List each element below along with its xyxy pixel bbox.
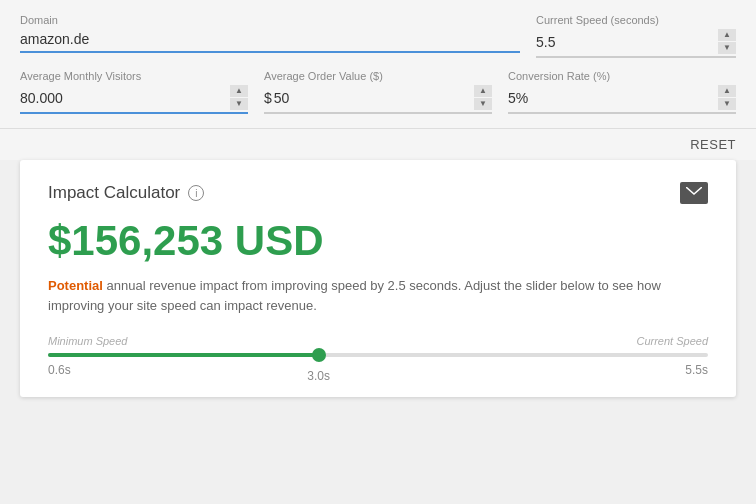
speed-down-button[interactable]: ▼ bbox=[718, 42, 736, 54]
order-up-button[interactable]: ▲ bbox=[474, 85, 492, 97]
speed-field-group: Current Speed (seconds) ▲ ▼ bbox=[536, 14, 736, 58]
speed-up-button[interactable]: ▲ bbox=[718, 29, 736, 41]
speed-input[interactable] bbox=[536, 32, 714, 52]
speed-input-wrap: ▲ ▼ bbox=[536, 29, 736, 58]
visitors-down-button[interactable]: ▼ bbox=[230, 98, 248, 110]
slider-track bbox=[48, 353, 708, 357]
conversion-input-wrap: ▲ ▼ bbox=[508, 85, 736, 114]
order-input[interactable] bbox=[274, 88, 470, 108]
order-label: Average Order Value ($) bbox=[264, 70, 492, 82]
email-icon[interactable] bbox=[680, 182, 708, 204]
visitors-up-button[interactable]: ▲ bbox=[230, 85, 248, 97]
speed-spinner: ▲ ▼ bbox=[718, 29, 736, 54]
card-title-row: Impact Calculator i bbox=[48, 183, 204, 203]
impact-calculator-card: Impact Calculator i $156,253 USD Potenti… bbox=[20, 160, 736, 397]
conversion-up-button[interactable]: ▲ bbox=[718, 85, 736, 97]
domain-label: Domain bbox=[20, 14, 520, 26]
impact-desc-rest: annual revenue impact from improving spe… bbox=[48, 278, 661, 313]
slider-min-value: 0.6s bbox=[48, 363, 71, 377]
domain-input[interactable] bbox=[20, 29, 520, 49]
slider-min-label: Minimum Speed bbox=[48, 335, 127, 347]
impact-value: $156,253 USD bbox=[48, 220, 708, 262]
slider-mid-value: 3.0s bbox=[307, 369, 330, 383]
slider-values: 0.6s 5.5s bbox=[48, 363, 708, 377]
conversion-field-group: Conversion Rate (%) ▲ ▼ bbox=[508, 70, 736, 114]
slider-labels: Minimum Speed Current Speed bbox=[48, 335, 708, 347]
visitors-label: Average Monthly Visitors bbox=[20, 70, 248, 82]
slider-values-wrap: 0.6s 5.5s 3.0s bbox=[48, 363, 708, 377]
dollar-prefix: $ bbox=[264, 90, 272, 106]
visitors-field-group: Average Monthly Visitors ▲ ▼ bbox=[20, 70, 248, 114]
order-field-group: Average Order Value ($) $ ▲ ▼ bbox=[264, 70, 492, 114]
visitors-spinner: ▲ ▼ bbox=[230, 85, 248, 110]
visitors-input[interactable] bbox=[20, 88, 226, 108]
visitors-input-wrap: ▲ ▼ bbox=[20, 85, 248, 114]
info-icon[interactable]: i bbox=[188, 185, 204, 201]
order-input-wrap: $ ▲ ▼ bbox=[264, 85, 492, 114]
reset-button[interactable]: RESET bbox=[690, 137, 736, 152]
domain-field-group: Domain bbox=[20, 14, 520, 58]
slider-max-value: 5.5s bbox=[685, 363, 708, 377]
conversion-spinner: ▲ ▼ bbox=[718, 85, 736, 110]
conversion-input[interactable] bbox=[508, 88, 714, 108]
order-down-button[interactable]: ▼ bbox=[474, 98, 492, 110]
reset-row: RESET bbox=[0, 129, 756, 160]
slider-thumb[interactable] bbox=[312, 348, 326, 362]
card-header: Impact Calculator i bbox=[48, 182, 708, 204]
order-spinner: ▲ ▼ bbox=[474, 85, 492, 110]
domain-input-wrap bbox=[20, 29, 520, 53]
speed-label: Current Speed (seconds) bbox=[536, 14, 736, 26]
slider-max-label: Current Speed bbox=[636, 335, 708, 347]
top-bar: Domain Current Speed (seconds) ▲ ▼ Avera… bbox=[0, 0, 756, 129]
impact-highlight: Potential bbox=[48, 278, 103, 293]
slider-fill bbox=[48, 353, 319, 357]
slider-container bbox=[48, 353, 708, 357]
conversion-down-button[interactable]: ▼ bbox=[718, 98, 736, 110]
impact-description: Potential annual revenue impact from imp… bbox=[48, 276, 708, 315]
card-title: Impact Calculator bbox=[48, 183, 180, 203]
conversion-label: Conversion Rate (%) bbox=[508, 70, 736, 82]
